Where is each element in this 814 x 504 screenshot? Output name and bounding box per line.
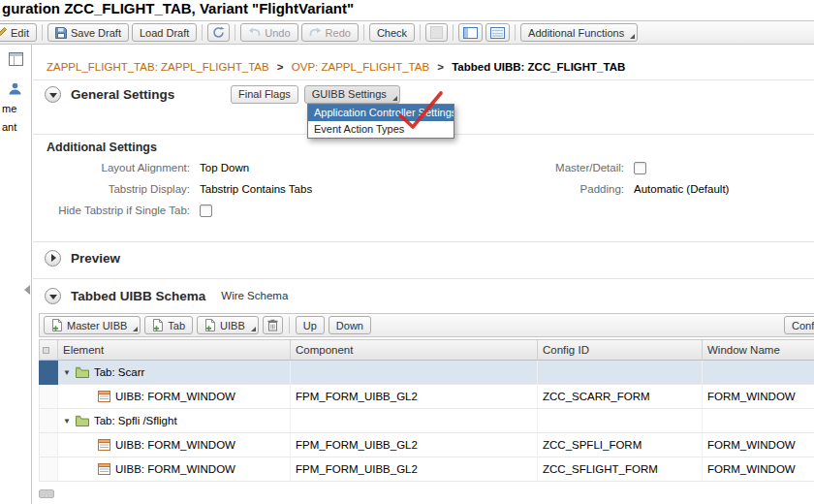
configure-label: Confi xyxy=(792,320,814,331)
master-detail-checkbox[interactable] xyxy=(634,162,646,174)
final-flags-button[interactable]: Final Flags xyxy=(231,85,298,104)
save-draft-button[interactable]: Save Draft xyxy=(47,23,129,42)
master-uibb-button[interactable]: Master UIBB xyxy=(44,316,141,334)
layout-rows-button[interactable] xyxy=(485,23,510,42)
breadcrumb-link[interactable]: ZAPPL_FLIGHT_TAB: ZAPPL_FLIGHT_TAB xyxy=(47,61,269,73)
table-row[interactable]: ▼Tab: Spfli /Sflight xyxy=(39,409,814,433)
add-tab-label: Tab xyxy=(168,320,185,331)
additional-functions-button[interactable]: Additional Functions xyxy=(520,23,638,42)
add-uibb-button[interactable]: UIBB xyxy=(197,316,259,334)
config-id-cell: ZCC_SCARR_FORM xyxy=(538,385,703,409)
padding-label: Padding: xyxy=(488,183,624,195)
move-down-label: Down xyxy=(336,320,363,331)
table-row[interactable]: UIBB: FORM_WINDOWFPM_FORM_UIBB_GL2ZCC_SC… xyxy=(39,385,814,409)
panel-layout-icon[interactable] xyxy=(9,52,23,70)
menu-item-event-action-types[interactable]: Event Action Types xyxy=(308,121,454,138)
schema-table-header: Element Component Config ID Window Name xyxy=(39,339,814,361)
undo-label: Undo xyxy=(265,27,290,39)
divider xyxy=(33,79,814,80)
edit-button[interactable]: Edit xyxy=(0,23,37,42)
master-detail-label: Master/Detail: xyxy=(488,162,624,173)
add-tab-button[interactable]: Tab xyxy=(144,316,193,334)
component-cell: FPM_FORM_UIBB_GL2 xyxy=(291,433,538,457)
row-selector-cell[interactable] xyxy=(39,457,58,482)
select-all-icon xyxy=(43,347,49,354)
selector-column-header[interactable] xyxy=(39,339,58,361)
toolbar-separator xyxy=(453,24,454,41)
column-header-window-name[interactable]: Window Name xyxy=(703,339,814,361)
check-button[interactable]: Check xyxy=(369,23,415,42)
move-up-button[interactable]: Up xyxy=(296,316,325,334)
general-settings-header: General Settings Final Flags GUIBB Setti… xyxy=(45,83,400,105)
guibb-settings-button[interactable]: GUIBB Settings xyxy=(304,85,400,104)
breadcrumb-link[interactable]: OVP: ZAPPL_FLIGHT_TAB xyxy=(292,61,429,73)
collapse-toggle-icon[interactable] xyxy=(45,288,61,304)
table-row[interactable]: UIBB: FORM_WINDOWFPM_FORM_UIBB_GL2ZCC_SF… xyxy=(39,457,814,482)
refresh-button[interactable] xyxy=(207,23,230,42)
row-selector-cell[interactable] xyxy=(39,385,58,409)
column-header-config-id[interactable]: Config ID xyxy=(538,339,703,361)
user-icon[interactable] xyxy=(8,81,22,100)
tabstrip-display-value: Tabstrip Contains Tabs xyxy=(200,183,312,195)
form-uibb-icon xyxy=(98,439,110,451)
section-title: Tabbed UIBB Schema xyxy=(71,289,205,303)
hide-tabstrip-label: Hide Tabstrip if Single Tab: xyxy=(45,205,190,216)
edit-button-label: Edit xyxy=(11,27,29,39)
column-header-element[interactable]: Element xyxy=(58,339,291,361)
move-down-button[interactable]: Down xyxy=(329,316,371,334)
table-row[interactable]: ▼Tab: Scarr xyxy=(39,361,814,385)
undo-button[interactable]: Undo xyxy=(240,23,297,42)
pencil-icon xyxy=(0,27,7,38)
element-cell: ▼Tab: Spfli /Sflight xyxy=(58,409,291,433)
save-icon xyxy=(55,27,67,39)
expander-icon[interactable]: ▼ xyxy=(63,417,71,425)
redo-label: Redo xyxy=(326,27,351,39)
table-row[interactable]: UIBB: FORM_WINDOWFPM_FORM_UIBB_GL2ZCC_SP… xyxy=(39,433,814,457)
divider xyxy=(33,278,814,279)
folder-icon xyxy=(76,366,89,378)
breadcrumb: ZAPPL_FLIGHT_TAB: ZAPPL_FLIGHT_TAB > OVP… xyxy=(47,61,625,73)
config-id-cell: ZCC_SPFLI_FORM xyxy=(538,433,703,457)
config-id-cell xyxy=(538,409,703,433)
tabstrip-display-label: Tabstrip Display: xyxy=(45,183,190,195)
main-content: ZAPPL_FLIGHT_TAB: ZAPPL_FLIGHT_TAB > OVP… xyxy=(33,45,814,504)
element-label: UIBB: FORM_WINDOW xyxy=(115,439,235,451)
load-draft-button[interactable]: Load Draft xyxy=(132,23,197,42)
master-uibb-label: Master UIBB xyxy=(67,320,127,331)
scrollbar-thumb[interactable] xyxy=(39,489,54,498)
expand-toggle-icon[interactable] xyxy=(45,250,61,267)
additional-functions-label: Additional Functions xyxy=(528,27,624,39)
panel-collapse-handle[interactable] xyxy=(24,285,30,295)
element-cell: ▼Tab: Scarr xyxy=(58,361,291,385)
redo-button[interactable]: Redo xyxy=(301,23,359,42)
toolbar-separator xyxy=(202,24,203,41)
page-title: guration ZCC_FLIGHT_TAB, Variant "Flight… xyxy=(2,0,354,16)
configure-button[interactable]: Confi xyxy=(784,316,814,334)
add-uibb-label: UIBB xyxy=(220,320,245,331)
row-selector-cell[interactable] xyxy=(39,361,58,385)
layout-alignment-label: Layout Alignment: xyxy=(45,162,190,173)
preview-header: Preview xyxy=(45,248,120,268)
final-flags-label: Final Flags xyxy=(238,88,291,100)
placeholder-icon-button[interactable] xyxy=(425,23,448,42)
folder-icon xyxy=(76,415,89,426)
menu-item-application-controller-settings[interactable]: Application Controller Settings xyxy=(308,105,454,121)
collapse-toggle-icon[interactable] xyxy=(45,86,61,103)
redo-icon xyxy=(309,27,322,38)
toolbar-separator xyxy=(363,24,364,41)
expander-icon[interactable]: ▼ xyxy=(63,368,71,377)
left-rail: me ant xyxy=(0,45,32,504)
layout-columns-icon xyxy=(463,27,478,39)
element-label: Tab: Spfli /Sflight xyxy=(94,415,177,426)
schema-table: Element Component Config ID Window Name … xyxy=(39,339,814,482)
row-selector-cell[interactable] xyxy=(39,433,58,457)
column-header-component[interactable]: Component xyxy=(291,339,538,361)
delete-button[interactable] xyxy=(263,316,283,334)
wire-schema-link[interactable]: Wire Schema xyxy=(221,290,288,301)
hide-tabstrip-checkbox[interactable] xyxy=(200,205,212,217)
divider xyxy=(33,241,814,242)
row-selector-cell[interactable] xyxy=(39,409,58,433)
additional-settings-title: Additional Settings xyxy=(47,141,157,154)
layout-side-panel-button[interactable] xyxy=(458,23,483,42)
window-name-cell: FORM_WINDOW xyxy=(703,457,814,482)
